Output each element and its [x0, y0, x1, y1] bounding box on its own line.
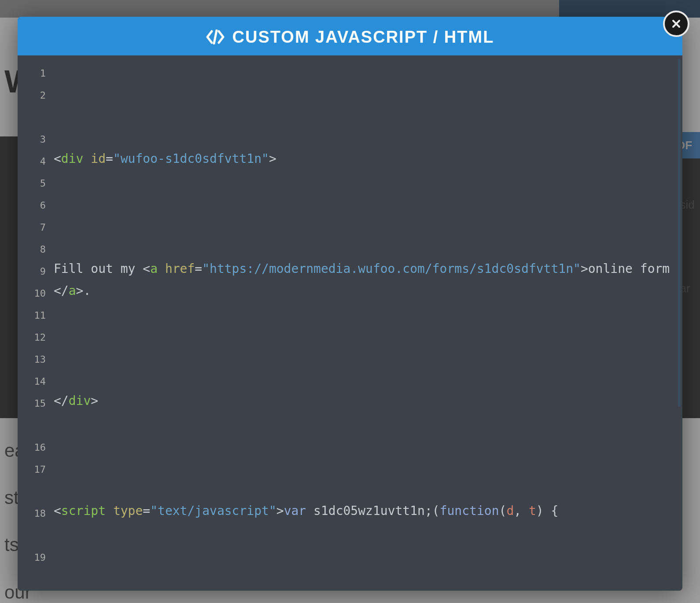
code-token: d — [506, 504, 514, 518]
code-line[interactable]: </div> — [54, 390, 679, 412]
line-number: 3 — [18, 126, 46, 148]
code-token: Fill out my — [54, 261, 143, 276]
code-line[interactable]: <div id="wufoo-s1dc0sdfvtt1n"> — [54, 148, 679, 170]
line-number: 10 — [18, 280, 46, 302]
line-number: 7 — [18, 214, 46, 236]
line-number: 2 — [18, 82, 46, 126]
modal-title: CUSTOM JAVASCRIPT / HTML — [232, 28, 494, 47]
code-editor-modal: CUSTOM JAVASCRIPT / HTML 123456789101112… — [18, 17, 682, 591]
code-line[interactable]: <script type="text/javascript">var s1dc0… — [54, 500, 679, 522]
line-number: 14 — [18, 368, 46, 390]
line-number: 17 — [18, 456, 46, 500]
code-token: online form — [588, 261, 670, 276]
code-content[interactable]: <div id="wufoo-s1dc0sdfvtt1n"> Fill out … — [50, 55, 682, 591]
line-number-gutter: 12345678910111213141516171819 — [18, 55, 50, 591]
close-icon — [671, 18, 682, 29]
line-number: 1 — [18, 60, 46, 82]
code-token: text/javascript — [158, 504, 269, 518]
code-token: t — [529, 504, 536, 518]
code-token: https://modernmedia.wufoo.com/forms/s1dc… — [210, 261, 573, 276]
line-number: 4 — [18, 148, 46, 170]
code-token: wufoo-s1dc0sdfvtt1n — [121, 151, 262, 166]
code-icon — [206, 29, 225, 44]
line-number: 6 — [18, 192, 46, 214]
code-token: s1dc05wz1uvtt1n — [313, 504, 425, 518]
code-editor[interactable]: 12345678910111213141516171819 <div id="w… — [18, 55, 682, 591]
line-number: 9 — [18, 258, 46, 280]
line-number: 12 — [18, 324, 46, 346]
close-button[interactable] — [663, 11, 689, 37]
line-number: 18 — [18, 500, 46, 544]
line-number: 16 — [18, 434, 46, 456]
line-number: 19 — [18, 544, 46, 566]
line-number: 5 — [18, 170, 46, 192]
line-number: 13 — [18, 346, 46, 368]
modal-header: CUSTOM JAVASCRIPT / HTML — [18, 18, 682, 55]
line-number: 11 — [18, 302, 46, 324]
line-number: 8 — [18, 236, 46, 258]
code-line[interactable]: Fill out my <a href="https://modernmedia… — [54, 258, 679, 302]
line-number: 15 — [18, 390, 46, 434]
